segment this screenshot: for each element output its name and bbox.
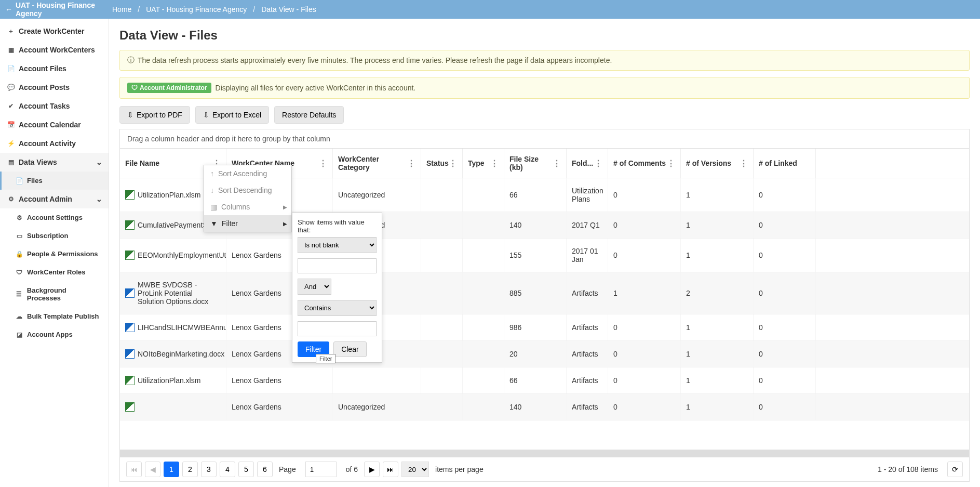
sidebar-people-permissions[interactable]: 🔒People & Permissions <box>0 245 109 263</box>
cell-comments: 0 <box>608 239 681 272</box>
filter-logic-select[interactable]: And <box>298 279 331 295</box>
filter-operator1-select[interactable]: Is not blank <box>298 237 377 253</box>
pager-page-label: Page <box>279 465 296 473</box>
col-header-linked[interactable]: # of Linked <box>754 149 816 178</box>
sidebar-bulk-template-publish[interactable]: ☁Bulk Template Publish <box>0 307 109 325</box>
table-row[interactable]: MWBE SVDOSB - ProLink Potential Solution… <box>120 272 969 314</box>
sidebar-dv-files[interactable]: 📄Files <box>0 172 109 190</box>
breadcrumb-home[interactable]: Home <box>112 5 131 14</box>
col-header-folder[interactable]: Fold...⋮ <box>567 149 608 178</box>
pager-first-button[interactable]: ⏮ <box>126 462 142 477</box>
col-label: File Size (kb) <box>509 155 553 172</box>
column-menu-icon[interactable]: ⋮ <box>667 159 675 168</box>
column-menu-icon[interactable]: ⋮ <box>407 159 415 168</box>
pager-page-3[interactable]: 3 <box>201 462 217 477</box>
pager-refresh-button[interactable]: ⟳ <box>947 462 963 477</box>
column-menu-icon[interactable]: ⋮ <box>449 159 457 168</box>
table-row[interactable]: UtilizationPlan.xlsmLenox Gardens66Artif… <box>120 367 969 394</box>
sidebar-item-label: Account Files <box>19 64 66 73</box>
cell-type <box>463 314 504 340</box>
table-row[interactable]: LIHCandSLIHCMWBEAnnualRe...Lenox Gardens… <box>120 314 969 341</box>
cell-folder: Artifacts <box>567 272 608 314</box>
table-row[interactable]: Lenox GardensUncategorized140Artifacts01… <box>120 394 969 420</box>
cell-versions: 1 <box>681 239 754 272</box>
menu-label: Sort Descending <box>218 186 272 194</box>
filter-tooltip: Filter <box>316 354 335 363</box>
pager-pagesize-select[interactable]: 20 <box>401 462 429 477</box>
col-header-comments[interactable]: # of Comments⋮ <box>608 149 681 178</box>
sidebar-account-workcenters[interactable]: ▦Account WorkCenters <box>0 41 109 59</box>
column-menu-icon[interactable]: ⋮ <box>490 159 499 168</box>
menu-sort-descending[interactable]: ↓Sort Descending <box>204 182 291 199</box>
admin-msg: Displaying all files for every active Wo… <box>216 84 416 92</box>
table-row[interactable]: NOItoBeginMarketing.docxLenox Gardens20A… <box>120 341 969 367</box>
cell-linked: 0 <box>754 178 816 212</box>
pager-next-button[interactable]: ▶ <box>364 462 380 477</box>
info-icon: ⓘ <box>127 56 135 65</box>
filter-value1-input[interactable] <box>298 258 377 273</box>
check-icon: ✔ <box>7 102 15 110</box>
sidebar-subscription[interactable]: ▭Subscription <box>0 227 109 245</box>
pager-page-5[interactable]: 5 <box>238 462 254 477</box>
breadcrumb-account[interactable]: UAT - Housing Finance Agency <box>146 5 247 14</box>
export-pdf-button[interactable]: ⇩Export to PDF <box>119 106 190 124</box>
column-menu-icon[interactable]: ⋮ <box>553 159 561 168</box>
col-header-filesize[interactable]: File Size (kb)⋮ <box>504 149 567 178</box>
column-menu-icon[interactable]: ⋮ <box>594 159 602 168</box>
pager-page-input[interactable] <box>305 462 337 477</box>
col-header-versions[interactable]: # of Versions⋮ <box>681 149 754 178</box>
pager-last-button[interactable]: ⏭ <box>383 462 398 477</box>
sidebar-item-label: Account Calendar <box>19 121 81 129</box>
filter-value2-input[interactable] <box>298 321 377 336</box>
pager-page-2[interactable]: 2 <box>182 462 198 477</box>
column-context-menu: ↑Sort Ascending ↓Sort Descending ▥Column… <box>204 165 292 232</box>
back-button[interactable]: ← UAT - Housing Finance Agency <box>5 1 109 18</box>
pdf-icon: ⇩ <box>127 111 133 119</box>
pager-page-6[interactable]: 6 <box>257 462 273 477</box>
horizontal-scrollbar[interactable] <box>120 450 969 457</box>
cell-status <box>421 272 463 314</box>
filter-clear-button[interactable]: Clear <box>333 341 366 357</box>
col-header-category[interactable]: WorkCenter Category⋮ <box>333 149 421 178</box>
sidebar-create-workcenter[interactable]: ＋Create WorkCenter <box>0 22 109 41</box>
sidebar-data-views[interactable]: ▤Data Views⌄ <box>0 153 109 172</box>
export-excel-button[interactable]: ⇩Export to Excel <box>195 106 269 124</box>
cell-filename <box>120 394 226 420</box>
sidebar-account-files[interactable]: 📄Account Files <box>0 59 109 78</box>
cell-versions: 1 <box>681 367 754 393</box>
sidebar-account-apps[interactable]: ◪Account Apps <box>0 325 109 344</box>
sidebar-item-label: Account Posts <box>19 83 70 91</box>
sidebar-account-calendar[interactable]: 📅Account Calendar <box>0 115 109 134</box>
sidebar-item-label: Account Settings <box>27 214 83 221</box>
cell-comments: 0 <box>608 394 681 420</box>
group-by-bar[interactable]: Drag a column header and drop it here to… <box>120 129 969 149</box>
pager-page-1[interactable]: 1 <box>164 462 179 477</box>
restore-defaults-button[interactable]: Restore Defaults <box>274 106 344 124</box>
sidebar-background-processes[interactable]: ☰Background Processes <box>0 281 109 307</box>
pager-page-4[interactable]: 4 <box>220 462 235 477</box>
cell-linked: 0 <box>754 367 816 393</box>
column-menu-icon[interactable]: ⋮ <box>319 159 327 168</box>
column-menu-icon[interactable]: ⋮ <box>740 159 748 168</box>
col-header-type[interactable]: Type⋮ <box>463 149 504 178</box>
menu-columns[interactable]: ▥Columns▶ <box>204 199 291 215</box>
sidebar-account-settings[interactable]: ⚙Account Settings <box>0 208 109 227</box>
col-header-status[interactable]: Status⋮ <box>421 149 463 178</box>
sidebar-account-admin[interactable]: ⚙Account Admin⌄ <box>0 190 109 208</box>
excel-file-icon <box>125 220 135 230</box>
filename-text: EEOMonthlyEmploymentUtiliza... <box>138 251 226 259</box>
breadcrumb-current[interactable]: Data View - Files <box>261 5 316 14</box>
info-text: The data refresh process starts approxim… <box>138 56 612 64</box>
menu-filter[interactable]: ▼Filter▶ <box>204 215 291 232</box>
menu-sort-ascending[interactable]: ↑Sort Ascending <box>204 165 291 182</box>
sidebar-workcenter-roles[interactable]: 🛡WorkCenter Roles <box>0 263 109 281</box>
sidebar-account-tasks[interactable]: ✔Account Tasks <box>0 97 109 115</box>
pager-prev-button[interactable]: ◀ <box>145 462 160 477</box>
table-row[interactable]: EEOMonthlyEmploymentUtiliza...Lenox Gard… <box>120 239 969 272</box>
cell-size: 140 <box>504 212 567 238</box>
sidebar-account-posts[interactable]: 💬Account Posts <box>0 78 109 97</box>
pager-perpage-label: items per page <box>435 465 484 473</box>
sidebar-account-activity[interactable]: ⚡Account Activity <box>0 134 109 153</box>
filter-operator2-select[interactable]: Contains <box>298 300 377 316</box>
cloud-icon: ☁ <box>16 313 23 320</box>
